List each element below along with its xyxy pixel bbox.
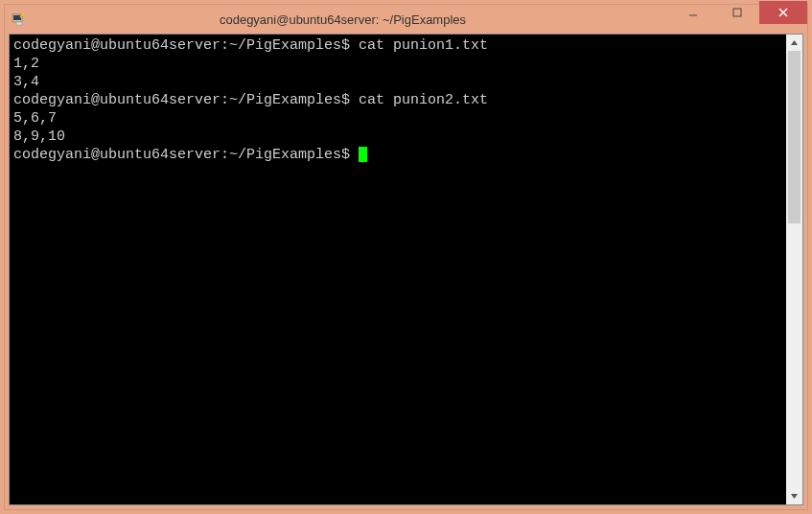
shell-prompt: codegyani@ubuntu64server:~/PigExamples$ — [13, 92, 359, 108]
vertical-scrollbar[interactable] — [786, 35, 802, 504]
shell-command: cat punion2.txt — [359, 92, 488, 108]
svg-rect-2 — [16, 22, 22, 25]
shell-output: 8,9,10 — [13, 128, 65, 145]
maximize-button[interactable] — [715, 1, 759, 24]
terminal-line: codegyani@ubuntu64server:~/PigExamples$ … — [13, 91, 782, 109]
close-button[interactable] — [759, 1, 807, 24]
scroll-down-button[interactable] — [786, 488, 802, 504]
shell-output: 3,4 — [13, 74, 39, 90]
terminal-line: 1,2 — [13, 55, 782, 73]
cursor — [359, 147, 367, 162]
terminal-outer: codegyani@ubuntu64server:~/PigExamples$ … — [9, 34, 803, 505]
scroll-track[interactable] — [786, 51, 802, 488]
svg-rect-5 — [733, 9, 741, 16]
shell-prompt: codegyani@ubuntu64server:~/PigExamples$ — [13, 147, 359, 163]
terminal[interactable]: codegyani@ubuntu64server:~/PigExamples$ … — [10, 35, 786, 504]
terminal-line: codegyani@ubuntu64server:~/PigExamples$ — [13, 146, 782, 164]
shell-command: cat punion1.txt — [359, 37, 488, 54]
window-title: codegyani@ubuntu64server: ~/PigExamples — [34, 12, 671, 27]
window-controls — [671, 5, 807, 34]
terminal-container: codegyani@ubuntu64server:~/PigExamples$ … — [5, 34, 807, 509]
terminal-line: 8,9,10 — [13, 128, 782, 146]
shell-prompt: codegyani@ubuntu64server:~/PigExamples$ — [13, 37, 359, 54]
terminal-line: codegyani@ubuntu64server:~/PigExamples$ … — [13, 36, 782, 55]
shell-output: 1,2 — [13, 56, 39, 72]
titlebar[interactable]: codegyani@ubuntu64server: ~/PigExamples — [5, 5, 807, 34]
svg-marker-9 — [791, 494, 798, 499]
scroll-up-button[interactable] — [786, 35, 802, 51]
terminal-line: 3,4 — [13, 73, 782, 91]
svg-rect-1 — [13, 15, 21, 20]
scroll-thumb[interactable] — [788, 51, 800, 223]
putty-icon — [11, 12, 26, 27]
terminal-line: 5,6,7 — [13, 109, 782, 128]
shell-output: 5,6,7 — [13, 110, 57, 127]
minimize-button[interactable] — [671, 1, 715, 24]
application-window: codegyani@ubuntu64server: ~/PigExamples … — [4, 4, 808, 510]
svg-marker-8 — [791, 40, 798, 45]
